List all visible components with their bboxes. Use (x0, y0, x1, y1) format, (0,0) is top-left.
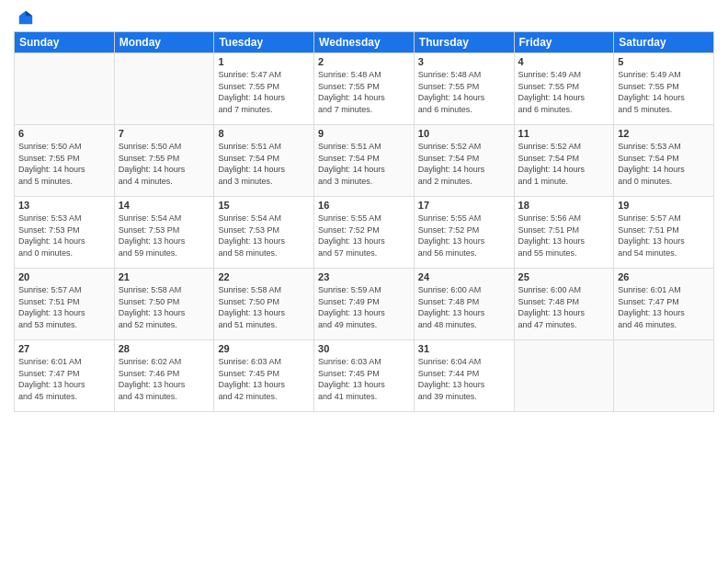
calendar-cell: 10Sunrise: 5:52 AM Sunset: 7:54 PM Dayli… (414, 125, 514, 197)
header-monday: Monday (114, 32, 214, 53)
calendar-cell: 24Sunrise: 6:00 AM Sunset: 7:48 PM Dayli… (414, 269, 514, 340)
calendar-cell: 6Sunrise: 5:50 AM Sunset: 7:55 PM Daylig… (15, 125, 115, 197)
day-number: 10 (418, 128, 510, 139)
day-info: Sunrise: 5:57 AM Sunset: 7:51 PM Dayligh… (618, 213, 710, 259)
weekday-header-row: Sunday Monday Tuesday Wednesday Thursday… (15, 32, 714, 53)
day-info: Sunrise: 6:00 AM Sunset: 7:48 PM Dayligh… (518, 284, 610, 330)
calendar-cell: 17Sunrise: 5:55 AM Sunset: 7:52 PM Dayli… (414, 197, 514, 269)
calendar-cell: 30Sunrise: 6:03 AM Sunset: 7:45 PM Dayli… (314, 340, 415, 412)
calendar-cell: 22Sunrise: 5:58 AM Sunset: 7:50 PM Dayli… (214, 269, 314, 340)
day-info: Sunrise: 5:53 AM Sunset: 7:54 PM Dayligh… (618, 141, 710, 187)
page: Sunday Monday Tuesday Wednesday Thursday… (0, 0, 728, 563)
day-info: Sunrise: 6:02 AM Sunset: 7:46 PM Dayligh… (119, 356, 210, 402)
header-tuesday: Tuesday (214, 32, 314, 53)
day-info: Sunrise: 5:52 AM Sunset: 7:54 PM Dayligh… (518, 141, 610, 187)
calendar-cell: 28Sunrise: 6:02 AM Sunset: 7:46 PM Dayli… (114, 340, 214, 412)
day-number: 25 (518, 271, 610, 282)
day-info: Sunrise: 5:51 AM Sunset: 7:54 PM Dayligh… (318, 141, 410, 187)
day-info: Sunrise: 5:57 AM Sunset: 7:51 PM Dayligh… (18, 284, 110, 330)
calendar-cell: 1Sunrise: 5:47 AM Sunset: 7:55 PM Daylig… (214, 53, 314, 125)
day-number: 17 (418, 200, 510, 211)
day-number: 31 (418, 343, 510, 354)
calendar-cell (514, 340, 614, 412)
calendar-cell: 4Sunrise: 5:49 AM Sunset: 7:55 PM Daylig… (514, 53, 614, 125)
calendar-cell: 15Sunrise: 5:54 AM Sunset: 7:53 PM Dayli… (214, 197, 314, 269)
day-number: 4 (518, 56, 610, 67)
day-info: Sunrise: 5:52 AM Sunset: 7:54 PM Dayligh… (418, 141, 510, 187)
calendar-cell (15, 53, 115, 125)
calendar-cell: 27Sunrise: 6:01 AM Sunset: 7:47 PM Dayli… (15, 340, 115, 412)
day-number: 27 (18, 343, 110, 354)
day-number: 6 (18, 128, 110, 139)
calendar-cell: 9Sunrise: 5:51 AM Sunset: 7:54 PM Daylig… (314, 125, 415, 197)
calendar-cell (614, 340, 714, 412)
calendar-cell: 18Sunrise: 5:56 AM Sunset: 7:51 PM Dayli… (514, 197, 614, 269)
day-info: Sunrise: 6:04 AM Sunset: 7:44 PM Dayligh… (418, 356, 510, 402)
calendar-cell: 12Sunrise: 5:53 AM Sunset: 7:54 PM Dayli… (614, 125, 714, 197)
day-info: Sunrise: 5:54 AM Sunset: 7:53 PM Dayligh… (218, 213, 310, 259)
day-number: 14 (119, 200, 210, 211)
day-number: 18 (518, 200, 610, 211)
calendar-cell: 2Sunrise: 5:48 AM Sunset: 7:55 PM Daylig… (314, 53, 415, 125)
day-info: Sunrise: 5:55 AM Sunset: 7:52 PM Dayligh… (418, 213, 510, 259)
day-info: Sunrise: 6:00 AM Sunset: 7:48 PM Dayligh… (418, 284, 510, 330)
day-info: Sunrise: 5:48 AM Sunset: 7:55 PM Dayligh… (418, 69, 510, 115)
day-number: 8 (218, 128, 310, 139)
day-number: 5 (618, 56, 710, 67)
week-row-2: 6Sunrise: 5:50 AM Sunset: 7:55 PM Daylig… (15, 125, 714, 197)
calendar-cell: 23Sunrise: 5:59 AM Sunset: 7:49 PM Dayli… (314, 269, 415, 340)
week-row-5: 27Sunrise: 6:01 AM Sunset: 7:47 PM Dayli… (15, 340, 714, 412)
day-info: Sunrise: 5:58 AM Sunset: 7:50 PM Dayligh… (119, 284, 210, 330)
week-row-1: 1Sunrise: 5:47 AM Sunset: 7:55 PM Daylig… (15, 53, 714, 125)
header-sunday: Sunday (15, 32, 115, 53)
day-number: 7 (119, 128, 210, 139)
day-number: 29 (218, 343, 310, 354)
day-number: 28 (119, 343, 210, 354)
calendar-cell: 8Sunrise: 5:51 AM Sunset: 7:54 PM Daylig… (214, 125, 314, 197)
header-friday: Friday (514, 32, 614, 53)
day-info: Sunrise: 5:58 AM Sunset: 7:50 PM Dayligh… (218, 284, 310, 330)
calendar-cell: 11Sunrise: 5:52 AM Sunset: 7:54 PM Dayli… (514, 125, 614, 197)
day-number: 12 (618, 128, 710, 139)
calendar-cell: 13Sunrise: 5:53 AM Sunset: 7:53 PM Dayli… (15, 197, 115, 269)
calendar-cell: 7Sunrise: 5:50 AM Sunset: 7:55 PM Daylig… (114, 125, 214, 197)
calendar-cell: 14Sunrise: 5:54 AM Sunset: 7:53 PM Dayli… (114, 197, 214, 269)
calendar-cell: 29Sunrise: 6:03 AM Sunset: 7:45 PM Dayli… (214, 340, 314, 412)
calendar-cell: 25Sunrise: 6:00 AM Sunset: 7:48 PM Dayli… (514, 269, 614, 340)
day-info: Sunrise: 5:51 AM Sunset: 7:54 PM Dayligh… (218, 141, 310, 187)
day-number: 20 (18, 271, 110, 282)
header-thursday: Thursday (414, 32, 514, 53)
day-number: 11 (518, 128, 610, 139)
calendar-cell: 5Sunrise: 5:49 AM Sunset: 7:55 PM Daylig… (614, 53, 714, 125)
day-info: Sunrise: 6:01 AM Sunset: 7:47 PM Dayligh… (18, 356, 110, 402)
header-wednesday: Wednesday (314, 32, 415, 53)
day-info: Sunrise: 5:48 AM Sunset: 7:55 PM Dayligh… (318, 69, 410, 115)
calendar-cell: 31Sunrise: 6:04 AM Sunset: 7:44 PM Dayli… (414, 340, 514, 412)
logo (14, 9, 34, 26)
day-info: Sunrise: 5:56 AM Sunset: 7:51 PM Dayligh… (518, 213, 610, 259)
day-number: 3 (418, 56, 510, 67)
calendar-cell: 19Sunrise: 5:57 AM Sunset: 7:51 PM Dayli… (614, 197, 714, 269)
day-info: Sunrise: 5:49 AM Sunset: 7:55 PM Dayligh… (518, 69, 610, 115)
day-info: Sunrise: 6:03 AM Sunset: 7:45 PM Dayligh… (318, 356, 410, 402)
day-info: Sunrise: 5:47 AM Sunset: 7:55 PM Dayligh… (218, 69, 310, 115)
calendar-cell: 3Sunrise: 5:48 AM Sunset: 7:55 PM Daylig… (414, 53, 514, 125)
calendar-cell: 26Sunrise: 6:01 AM Sunset: 7:47 PM Dayli… (614, 269, 714, 340)
day-number: 19 (618, 200, 710, 211)
day-info: Sunrise: 5:54 AM Sunset: 7:53 PM Dayligh… (119, 213, 210, 259)
day-info: Sunrise: 5:53 AM Sunset: 7:53 PM Dayligh… (18, 213, 110, 259)
day-number: 30 (318, 343, 410, 354)
day-info: Sunrise: 6:01 AM Sunset: 7:47 PM Dayligh… (618, 284, 710, 330)
day-number: 22 (218, 271, 310, 282)
day-number: 1 (218, 56, 310, 67)
calendar: Sunday Monday Tuesday Wednesday Thursday… (14, 31, 714, 412)
week-row-3: 13Sunrise: 5:53 AM Sunset: 7:53 PM Dayli… (15, 197, 714, 269)
day-info: Sunrise: 5:50 AM Sunset: 7:55 PM Dayligh… (18, 141, 110, 187)
day-number: 13 (18, 200, 110, 211)
day-number: 15 (218, 200, 310, 211)
calendar-cell: 20Sunrise: 5:57 AM Sunset: 7:51 PM Dayli… (15, 269, 115, 340)
day-number: 23 (318, 271, 410, 282)
day-info: Sunrise: 5:50 AM Sunset: 7:55 PM Dayligh… (119, 141, 210, 187)
day-number: 2 (318, 56, 410, 67)
calendar-cell: 21Sunrise: 5:58 AM Sunset: 7:50 PM Dayli… (114, 269, 214, 340)
